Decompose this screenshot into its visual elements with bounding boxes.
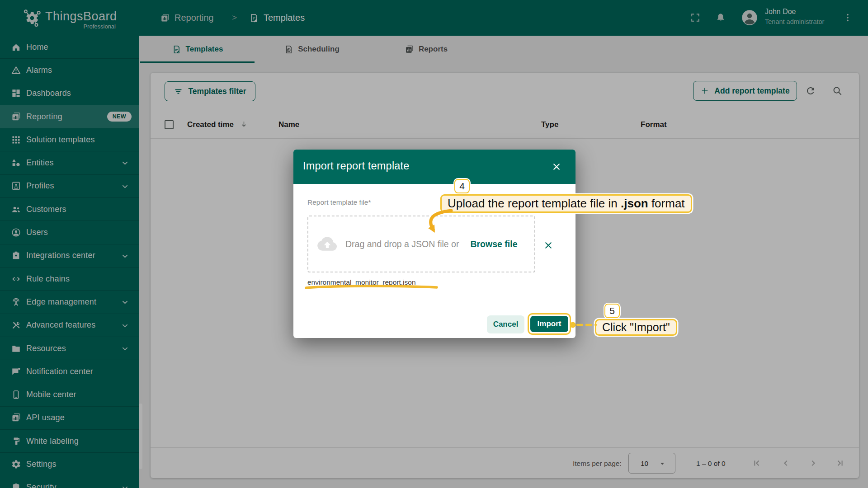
annotation-arrow-icon <box>416 204 466 240</box>
dialog-header: Import report template <box>293 150 576 184</box>
annotation-connector-icon <box>568 319 598 332</box>
browse-file-link[interactable]: Browse file <box>470 239 517 249</box>
import-report-template-dialog: Import report template Report template f… <box>293 150 576 338</box>
close-icon[interactable] <box>551 161 562 172</box>
import-button-annotation-ring: Import <box>528 313 571 335</box>
annotation-step-4-number: 4 <box>454 179 470 193</box>
dialog-title: Import report template <box>303 160 410 172</box>
import-button[interactable]: Import <box>530 316 568 332</box>
cancel-button[interactable]: Cancel <box>487 315 524 333</box>
annotation-underline <box>304 283 439 291</box>
file-field-label: Report template file* <box>307 198 371 206</box>
annotation-step-5-number: 5 <box>604 304 620 318</box>
clear-file-icon[interactable] <box>543 240 554 251</box>
cloud-upload-icon <box>317 234 337 254</box>
thingsboard-app: ThingsBoard Professional Reporting > Tem… <box>0 0 868 488</box>
annotation-step-4-label: Upload the report template file in .json… <box>440 194 692 213</box>
annotation-step-5-label: Click "Import" <box>595 319 677 336</box>
